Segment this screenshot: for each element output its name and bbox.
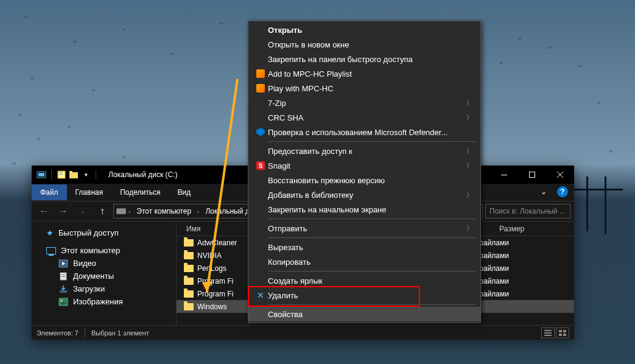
video-icon — [58, 259, 68, 268]
chevron-right-icon: 〉 — [466, 99, 475, 108]
qat-properties-icon[interactable] — [57, 170, 66, 180]
qat-new-folder-icon[interactable] — [69, 170, 79, 180]
chevron-right-icon: 〉 — [466, 113, 475, 122]
col-size[interactable]: Размер — [499, 225, 548, 233]
svg-point-23 — [61, 299, 63, 301]
up-button[interactable]: ↑ — [94, 204, 111, 219]
menu-give-access[interactable]: Предоставить доступ к〉 — [248, 144, 480, 158]
close-button[interactable] — [546, 166, 574, 184]
delete-icon: ✕ — [257, 290, 264, 300]
mpc-icon — [256, 69, 265, 78]
svg-rect-5 — [59, 172, 63, 173]
sidebar-videos[interactable]: Видео — [32, 257, 176, 270]
menu-cut[interactable]: Вырезать — [248, 240, 480, 254]
menu-7zip[interactable]: 7-Zip〉 — [248, 96, 480, 110]
crumb-this-pc[interactable]: Этот компьютер — [133, 206, 195, 217]
folder-icon — [184, 278, 194, 285]
chevron-right-icon[interactable]: › — [197, 208, 199, 215]
svg-rect-28 — [559, 330, 562, 332]
sidebar-documents[interactable]: Документы — [32, 270, 176, 282]
navigation-pane: ★ Быстрый доступ Этот компьютер Видео До… — [32, 222, 177, 325]
window-title: Локальный диск (C:) — [108, 170, 178, 179]
folder-icon — [184, 252, 194, 259]
sidebar-label: Загрузки — [73, 284, 105, 293]
sidebar-pictures[interactable]: Изображения — [32, 295, 176, 308]
sidebar-label: Этот компьютер — [61, 246, 120, 255]
svg-rect-14 — [118, 211, 120, 212]
view-large-button[interactable] — [556, 327, 569, 338]
svg-rect-7 — [69, 172, 78, 178]
minimize-button[interactable] — [490, 166, 518, 184]
maximize-button[interactable] — [518, 166, 546, 184]
chevron-right-icon: 〉 — [466, 161, 475, 170]
svg-rect-6 — [59, 174, 63, 175]
back-button[interactable]: ← — [35, 204, 52, 219]
pc-icon — [46, 247, 56, 254]
chevron-right-icon: 〉 — [466, 191, 475, 200]
menu-send-to[interactable]: Отправить〉 — [248, 221, 480, 236]
sidebar-label: Документы — [73, 271, 114, 281]
document-icon — [58, 272, 68, 281]
svg-rect-8 — [69, 171, 72, 173]
qat-dropdown-icon[interactable]: ▾ — [81, 170, 91, 180]
ribbon-expand-icon[interactable]: ⌄ — [538, 187, 550, 196]
chevron-right-icon[interactable]: › — [128, 208, 130, 215]
explorer-app-icon — [37, 170, 46, 180]
menu-separator — [268, 271, 475, 271]
svg-rect-26 — [544, 332, 552, 334]
tab-home[interactable]: Главная — [67, 184, 112, 200]
menu-restore-previous[interactable]: Восстановить прежнюю версию — [248, 173, 480, 187]
menu-add-library[interactable]: Добавить в библиотеку〉 — [248, 187, 480, 202]
folder-icon — [184, 265, 194, 272]
sidebar-label: Изображения — [73, 297, 123, 306]
tab-view[interactable]: Вид — [169, 184, 199, 200]
svg-rect-25 — [544, 330, 552, 331]
menu-crc-sha[interactable]: CRC SHA〉 — [248, 110, 480, 125]
svg-rect-3 — [38, 173, 44, 177]
forward-button[interactable]: → — [55, 204, 72, 219]
menu-separator — [268, 141, 475, 142]
status-bar: Элементов: 7 Выбран 1 элемент — [32, 325, 574, 340]
svg-rect-30 — [559, 334, 562, 336]
svg-rect-9 — [501, 175, 507, 175]
svg-rect-29 — [563, 330, 566, 332]
menu-create-shortcut[interactable]: Создать ярлык — [248, 273, 480, 288]
svg-rect-19 — [61, 276, 65, 277]
chevron-right-icon: 〉 — [466, 224, 475, 233]
sidebar-this-pc[interactable]: Этот компьютер — [32, 244, 176, 257]
tab-share[interactable]: Поделиться — [111, 184, 169, 200]
svg-rect-31 — [563, 334, 566, 336]
menu-properties[interactable]: Свойства — [248, 307, 480, 321]
folder-icon — [184, 239, 194, 247]
menu-open[interactable]: Открыть — [248, 23, 480, 37]
recent-dropdown-icon[interactable]: ⌄ — [74, 204, 91, 219]
menu-separator — [268, 304, 475, 305]
menu-copy[interactable]: Копировать — [248, 254, 480, 269]
sidebar-label: Быстрый доступ — [58, 228, 119, 237]
menu-delete[interactable]: ✕Удалить — [248, 288, 480, 303]
svg-rect-18 — [61, 275, 65, 275]
picture-icon — [58, 298, 68, 306]
status-count: Элементов: 7 — [37, 329, 79, 337]
menu-snagit[interactable]: SSnagit〉 — [248, 158, 480, 173]
menu-pin-start[interactable]: Закрепить на начальном экране — [248, 202, 480, 217]
menu-defender-scan[interactable]: Проверка с использованием Microsoft Defe… — [248, 125, 480, 139]
menu-open-new-window[interactable]: Открыть в новом окне — [248, 37, 480, 52]
folder-icon — [184, 303, 194, 310]
svg-rect-10 — [530, 172, 535, 178]
context-menu: Открыть Открыть в новом окне Закрепить н… — [248, 21, 481, 323]
menu-separator — [268, 219, 475, 219]
sidebar-downloads[interactable]: Загрузки — [32, 282, 176, 295]
help-icon[interactable]: ? — [557, 186, 568, 197]
svg-marker-21 — [61, 285, 65, 290]
menu-play-mpc[interactable]: Play with MPC-HC — [248, 81, 480, 96]
search-input[interactable]: Поиск в: Локальный ... — [485, 204, 570, 219]
sidebar-quick-access[interactable]: ★ Быстрый доступ — [32, 226, 176, 239]
menu-pin-quick-access[interactable]: Закрепить на панели быстрого доступа — [248, 52, 480, 66]
tab-file[interactable]: Файл — [32, 184, 67, 200]
menu-add-mpc-playlist[interactable]: Add to MPC-HC Playlist — [248, 66, 480, 81]
download-icon — [58, 285, 68, 293]
sidebar-label: Видео — [73, 259, 96, 268]
view-details-button[interactable] — [541, 327, 555, 338]
menu-separator — [268, 237, 475, 238]
